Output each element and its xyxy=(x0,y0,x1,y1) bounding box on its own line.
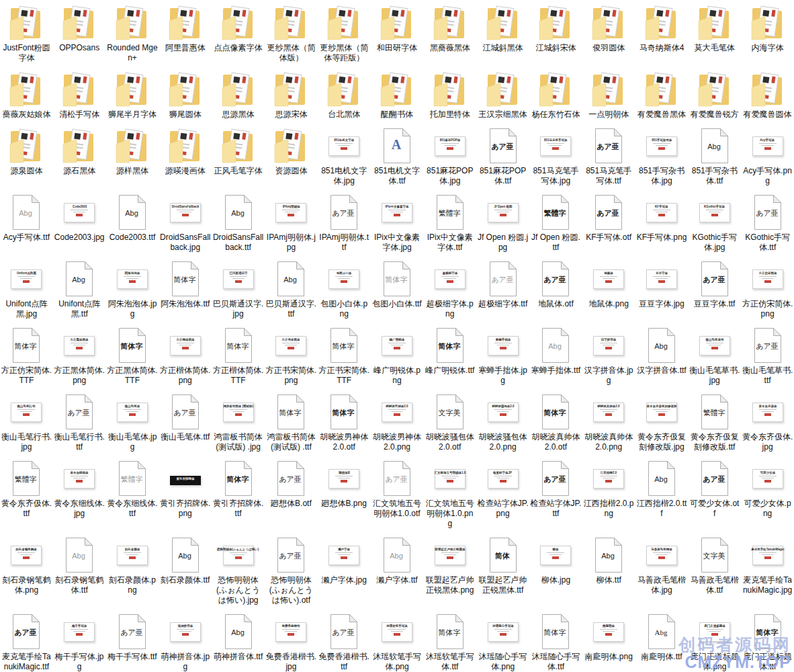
file-item[interactable]: AbgDroidSansFallback.ttf xyxy=(212,192,265,259)
file-item[interactable]: KF手写体KF手写体.png xyxy=(635,192,689,259)
file-item[interactable]: あア亜麦克笔手绘TanukiMagic.ttf xyxy=(0,612,53,672)
file-item[interactable]: 简体字鸿雷板书简体 (测试版) .ttf xyxy=(265,392,318,458)
file-item[interactable]: 资源圆体 xyxy=(265,126,318,192)
file-item[interactable]: 思源黑体 xyxy=(212,69,265,126)
file-item[interactable]: あア亜地鼠体.otf xyxy=(529,259,582,325)
file-item[interactable]: 俊羽圆体 xyxy=(582,3,635,69)
file-item[interactable]: 江城斜宋体 xyxy=(529,3,582,69)
file-item[interactable]: 源石黑体 xyxy=(53,126,106,192)
file-item[interactable]: DroidSansFallbackDroidSansFallback.jpg xyxy=(159,192,212,259)
file-item[interactable]: 峰广明锐体峰广明锐体.png xyxy=(371,325,424,392)
file-item[interactable]: Abg柳体.ttf xyxy=(582,535,635,612)
file-item[interactable]: 851手写杂书体851手写杂书体.jpg xyxy=(635,126,689,192)
file-item[interactable]: 江西拙楷2.0江西拙楷2.0.png xyxy=(582,458,635,535)
file-item[interactable]: 源样黑体 xyxy=(106,126,159,192)
file-item[interactable]: AbgAcy手写体.ttf xyxy=(0,192,53,259)
file-item[interactable]: 文字美马善政毛笔楷体.ttf xyxy=(688,535,741,612)
file-item[interactable]: 萌神拼音体萌神拼音体.jpg xyxy=(159,612,212,672)
file-item[interactable]: 庞门正道标题体庞门正道标题体.png xyxy=(688,612,741,672)
file-item[interactable]: AbgUnifont点阵黑.ttf xyxy=(53,259,106,325)
file-item[interactable]: 联盟起艺卢帅正锐黑体联盟起艺卢帅正锐黑体.png xyxy=(423,535,476,612)
file-item[interactable]: あア亜可爱少女体.otf xyxy=(688,458,741,535)
file-item[interactable]: 简体字胡晓波男神体2.0.otf xyxy=(318,392,371,458)
file-item[interactable]: 衡山毛笔体衡山毛笔体.jpg xyxy=(106,392,159,458)
file-item[interactable]: あア亜免费香港楷书.ttf xyxy=(318,612,371,672)
file-item[interactable]: あア亜豆豆字体.ttf xyxy=(688,259,741,325)
file-item[interactable]: KGothic手写体KGothic手写体.jpg xyxy=(688,192,741,259)
file-item[interactable]: 梅干手写体梅干手写体.jpg xyxy=(53,612,106,672)
file-item[interactable]: Abg汉字拼音体.ttf xyxy=(635,325,689,392)
file-item[interactable]: 851麻花POP体851麻花POP体.jpg xyxy=(423,126,476,192)
file-item[interactable]: 文字美胡晓波骚包体2.0.otf xyxy=(423,392,476,458)
file-item[interactable]: あア亜IPAmj明朝体.ttf xyxy=(318,192,371,259)
file-item[interactable]: 王汉宗细黑体 xyxy=(476,69,529,126)
file-item[interactable]: 繁體字黄令东齐伋复刻修改版.ttf xyxy=(688,392,741,458)
file-item[interactable]: 方正书宋简体方正书宋简体.png xyxy=(265,325,318,392)
file-item[interactable]: あア亜超极细字体.ttf xyxy=(476,259,529,325)
file-item[interactable]: 简体字黄引齐招牌体.ttf xyxy=(212,458,265,535)
file-item[interactable]: あア亜汇文筑地五号明朝体1.0.otf xyxy=(371,458,424,535)
file-item[interactable]: 汉字拼音体汉字拼音体.jpg xyxy=(582,325,635,392)
file-item[interactable]: 更纱黑体（简体版） xyxy=(265,3,318,69)
file-item[interactable]: 刻石录钢笔鹤体刻石录钢笔鹤体.png xyxy=(0,535,53,612)
file-item[interactable]: 阿朱泡泡体阿朱泡泡体.jpg xyxy=(106,259,159,325)
file-item[interactable]: 黄令东齐伋体黄令东齐伋体.jpg xyxy=(741,392,794,458)
file-item[interactable]: 黑薔薇黑体 xyxy=(423,3,476,69)
file-item[interactable]: 江城斜黑体 xyxy=(476,3,529,69)
file-item[interactable]: 胡晓波骚包体2.0胡晓波骚包体2.0.png xyxy=(476,392,529,458)
file-item[interactable]: 马善政毛笔楷体马善政毛笔楷体.jpg xyxy=(635,535,689,612)
file-item[interactable]: 源泉圆体 xyxy=(0,126,53,192)
file-item[interactable]: 点点像素字体 xyxy=(212,3,265,69)
file-item[interactable]: あア亜恐怖明朝体(ふぉんとうは怖い).otf xyxy=(265,535,318,612)
file-item[interactable]: 衡山毛笔行书衡山毛笔行书.jpg xyxy=(0,392,53,458)
file-item[interactable]: Abg濑户字体.ttf xyxy=(371,535,424,612)
file-item[interactable]: Jf Open 粉圆Jf Open 粉圆.jpg xyxy=(476,192,529,259)
file-item[interactable]: 方正黑体简体方正黑体简体.png xyxy=(53,325,106,392)
file-item[interactable]: 和田研字体 xyxy=(371,3,424,69)
file-item[interactable]: 简体联盟起艺卢帅正锐黑体.ttf xyxy=(476,535,529,612)
file-item[interactable]: Abg刻石录钢笔鹤体.ttf xyxy=(53,535,106,612)
file-item[interactable]: 廻想体B廻想体B.png xyxy=(318,458,371,535)
file-item[interactable]: 衡山毛笔草书衡山毛笔草书.jpg xyxy=(688,325,741,392)
file-item[interactable]: 鸿雷板书简体 (测试版) 鸿雷板书简体 (测试版) .jpg xyxy=(212,392,265,458)
file-item[interactable]: 马奇纳斯体4 xyxy=(635,3,689,69)
file-item[interactable]: 内海字体 xyxy=(741,3,794,69)
file-item[interactable]: 黄令东齐伋复刻修改版黄令东齐伋复刻修改版.jpg xyxy=(635,392,689,458)
file-item[interactable]: 胡晓波真帅体2.0胡晓波真帅体2.0.png xyxy=(582,392,635,458)
file-item[interactable]: Unifont点阵黑Unifont点阵黑.jpg xyxy=(0,259,53,325)
file-item[interactable]: 莫大毛笔体 xyxy=(688,3,741,69)
file-item[interactable]: 简体字沐瑶随心手写体.ttf xyxy=(529,612,582,672)
file-item[interactable]: 简体字方正书宋简体.TTF xyxy=(318,325,371,392)
file-item[interactable]: 麦克笔手绘TanukiMagic麦克笔手绘TanukiMagic.jpg xyxy=(741,535,794,612)
file-item[interactable]: Rounded Mgen+ xyxy=(106,3,159,69)
file-item[interactable]: Code2003Code2003.jpg xyxy=(53,192,106,259)
file-item[interactable]: OPPOsans xyxy=(53,3,106,69)
file-item[interactable]: 更纱黑体（简体等距版） xyxy=(318,3,371,69)
file-item[interactable]: 免费香港楷书免费香港楷书.jpg xyxy=(265,612,318,672)
file-item[interactable]: 巴贝斯通汉字巴贝斯通汉字.jpg xyxy=(212,259,265,325)
file-item[interactable]: あア亜廻想体B.otf xyxy=(265,458,318,535)
file-item[interactable]: あア亜梅干手写体.ttf xyxy=(106,612,159,672)
file-item[interactable]: 繁體字黄令东细线体.ttf xyxy=(106,458,159,535)
file-item[interactable]: 繁體字黄令东齐伋体.ttf xyxy=(0,458,53,535)
file-item[interactable]: 一点明朝体 xyxy=(582,69,635,126)
file-item[interactable]: 清松手写体 xyxy=(53,69,106,126)
file-item[interactable]: 简体字沐瑶软笔手写体.ttf xyxy=(423,612,476,672)
file-item[interactable]: あア亜851麻花POP体.ttf xyxy=(476,126,529,192)
file-item[interactable]: 阿里普惠体 xyxy=(159,3,212,69)
file-item[interactable]: 汇文筑地五号明朝体1.0汇文筑地五号明朝体1.0.png xyxy=(423,458,476,535)
file-item[interactable]: 检查站字体JP检查站字体JP.png xyxy=(476,458,529,535)
file-item[interactable]: あア亜衡山毛笔体.ttf xyxy=(159,392,212,458)
file-item[interactable]: 正风毛笔字体 xyxy=(212,126,265,192)
file-item[interactable]: Acy手写体Acy手写体.png xyxy=(741,126,794,192)
file-item[interactable]: 恐怖明朝体(ふぉんとうは怖い)恐怖明朝体(ふぉんとうは怖い).jpg xyxy=(212,535,265,612)
file-item[interactable]: 方正楷体简体方正楷体简体.png xyxy=(159,325,212,392)
file-item[interactable]: 思源宋体 xyxy=(265,69,318,126)
file-item[interactable]: 刻石录颜体刻石录颜体.png xyxy=(106,535,159,612)
file-item[interactable]: 简体字方正楷体简体.TTF xyxy=(212,325,265,392)
file-item[interactable]: 简体字胡晓波真帅体2.0.otf xyxy=(529,392,582,458)
file-item[interactable]: A851电机文字体.ttf xyxy=(371,126,424,192)
file-item[interactable]: Abg刻石录颜体.ttf xyxy=(159,535,212,612)
file-item[interactable]: Abg江西拙楷2.0.ttf xyxy=(635,458,689,535)
file-item[interactable]: あア亜851马克笔手写体.ttf xyxy=(582,126,635,192)
